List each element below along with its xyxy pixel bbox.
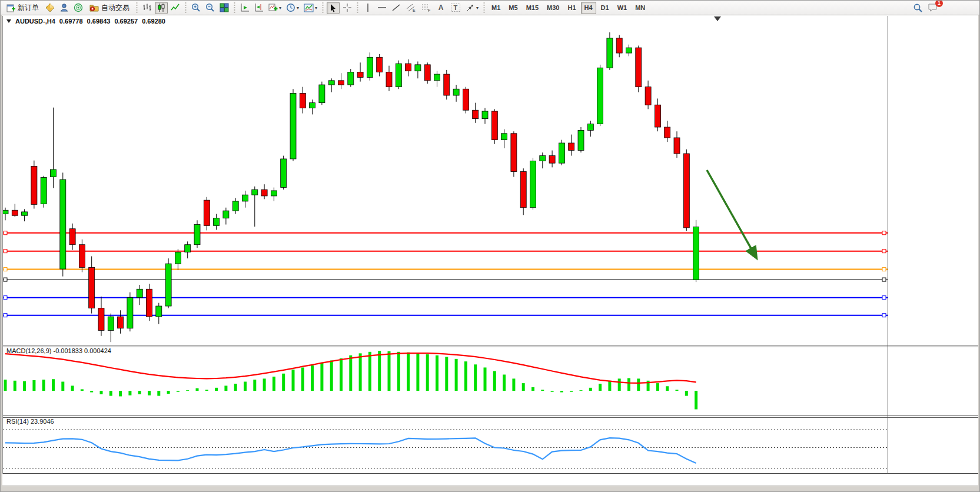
dropdown-caret: ▾ [476,5,479,11]
fibonacci-tool-button[interactable]: F [419,2,433,14]
candle-body [549,156,555,164]
zoom-in-button[interactable] [190,2,202,14]
auto-scroll-button[interactable] [238,2,251,14]
channel-tool-button[interactable]: E [404,2,418,14]
text-tool-button[interactable]: A [434,2,447,14]
candle-body [396,64,401,87]
candle-body [415,65,421,71]
line-handle [4,231,7,235]
candle-body [406,64,411,71]
vertical-line-tool-button[interactable] [361,2,374,14]
line-chart-button[interactable] [169,2,182,14]
zoom-out-button[interactable] [204,2,217,14]
auto-trading-label: 自动交易 [101,3,129,13]
clock-icon [286,3,295,12]
price-chart[interactable] [3,16,888,345]
toolbar-separator [356,2,359,14]
timeframe-button-m30[interactable]: M30 [543,2,563,14]
community-button[interactable] [58,2,71,14]
candle-body [165,264,171,306]
panel-splitter[interactable] [1,417,980,418]
trendline-tool-button[interactable] [390,2,403,14]
timeframe-group: M1M5M15M30H1H4D1W1MN [487,2,649,14]
candle-body [252,190,258,195]
toolbar-separator [184,2,187,14]
timeframe-button-m1[interactable]: M1 [488,2,504,14]
main-toolbar: 新订单 自动交易 [1,1,980,15]
candle-body [453,89,459,95]
candle-body [60,179,66,269]
cursor-tool-button[interactable] [327,2,340,14]
candle-body [597,68,603,124]
candle-body [41,177,46,204]
candle-body [636,48,642,87]
arrows-tool-button[interactable]: ▾ [464,2,480,14]
text-label-tool-button[interactable]: T [449,2,463,14]
candle-body [482,111,488,119]
market-button[interactable] [72,2,85,14]
timeframe-button-m5[interactable]: M5 [505,2,521,14]
tile-windows-button[interactable] [218,2,231,14]
timeframe-button-h4[interactable]: H4 [581,2,596,14]
fibonacci-icon: F [421,3,431,12]
panel-splitter[interactable] [1,415,980,416]
candle-body [367,57,373,77]
candle-body [281,159,287,188]
label-glyph: T [454,4,458,11]
auto-trading-button[interactable]: 自动交易 [86,2,133,14]
bar-chart-button[interactable] [141,2,154,14]
candle-body [587,124,593,131]
candlestick-chart-button[interactable] [155,2,168,14]
gold-diamond-icon [45,3,55,12]
candle-body [232,201,238,211]
radar-icon [74,3,83,12]
trading-platform-window: 新订单 自动交易 [0,0,980,492]
notifications-button[interactable]: 1 [926,2,939,14]
candle-body [223,211,229,218]
crosshair-tool-button[interactable] [341,2,354,14]
periods-button[interactable]: ▾ [284,2,301,14]
candle-body [3,210,8,214]
new-order-label: 新订单 [18,3,39,13]
candle-body [328,81,334,85]
macd-panel[interactable] [3,347,888,415]
line-handle [4,268,7,271]
timeframe-button-mn[interactable]: MN [632,2,649,14]
templates-button[interactable]: ▾ [302,2,319,14]
line-handle [4,250,7,253]
candle-body [69,229,75,245]
candle-body [424,65,430,81]
charts-button[interactable] [44,2,57,14]
candle-body [578,130,584,150]
candle-body [607,38,613,68]
new-order-button[interactable]: 新订单 [3,2,42,14]
chart-left-border [2,16,3,474]
candle-body [463,89,469,110]
candle-body [434,74,440,81]
window-left-edge [1,15,2,486]
chart-shift-button[interactable] [253,2,265,14]
line-handle [4,296,7,300]
timeframe-button-w1[interactable]: W1 [614,2,631,14]
candle-body [137,289,142,297]
search-button[interactable] [911,2,925,14]
panel-splitter[interactable] [1,347,980,347]
horizontal-line-tool-button[interactable] [376,2,388,14]
candle-body [156,306,162,317]
timeframe-button-m15[interactable]: M15 [523,2,542,14]
rsi-panel[interactable] [3,417,888,473]
candle-body [310,103,315,108]
line-handle [4,314,7,317]
candle-body [444,74,450,95]
bar-chart-icon [142,3,152,12]
candle-body [118,317,124,328]
candle-body [147,289,152,317]
timeframe-button-d1[interactable]: D1 [597,2,613,14]
line-handle [882,314,886,317]
timeframe-button-h1[interactable]: H1 [564,2,579,14]
auto-trading-icon [89,3,99,12]
panel-splitter[interactable] [1,345,980,345]
indicators-button[interactable]: ▾ [267,2,283,14]
candle-body [185,245,191,252]
channel-glyph: E [413,8,416,12]
